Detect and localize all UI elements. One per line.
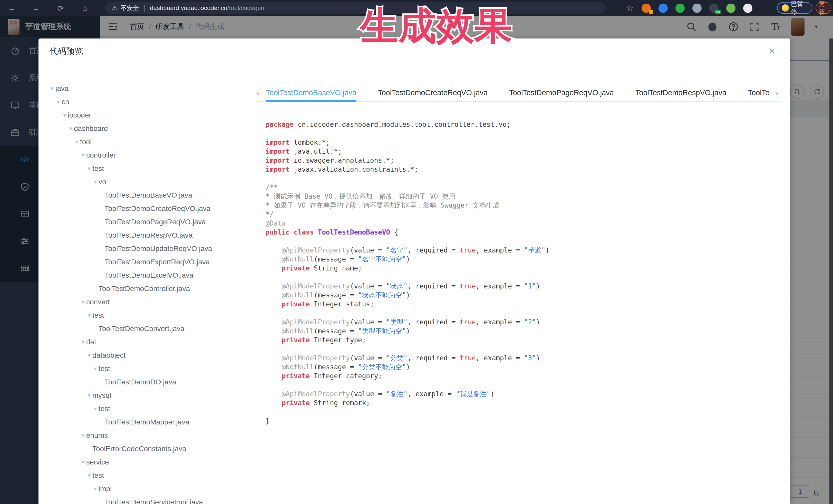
code-line bbox=[266, 237, 549, 246]
paused-badge[interactable]: 已暂停 bbox=[777, 2, 812, 14]
caret-down-icon[interactable]: ▾ bbox=[81, 456, 85, 469]
code-line: import java.util.*; bbox=[266, 147, 549, 156]
caret-down-icon[interactable]: ▾ bbox=[88, 349, 91, 362]
caret-down-icon[interactable]: ▾ bbox=[94, 175, 97, 189]
code-line bbox=[266, 408, 549, 416]
tree-node-label: vo bbox=[98, 175, 106, 189]
file-tab[interactable]: ToolTestDemoCreateReqVO.java bbox=[378, 85, 487, 102]
caret-down-icon[interactable]: ▾ bbox=[63, 109, 66, 122]
code-line: import io.swagger.annotations.*; bbox=[266, 156, 549, 165]
home-icon[interactable]: ⌂ bbox=[79, 3, 90, 14]
close-icon[interactable]: × bbox=[769, 45, 776, 56]
tree-node-label: ToolErrorCodeConstants.java bbox=[92, 442, 186, 456]
caret-down-icon[interactable]: ▾ bbox=[94, 402, 97, 415]
tree-node-label: cn bbox=[62, 95, 69, 109]
green-circle-extension-icon[interactable] bbox=[675, 4, 685, 13]
file-tab[interactable]: ToolTestDemoPageReqVO.java bbox=[509, 85, 614, 102]
update-button[interactable]: 更新 ⋮ bbox=[815, 2, 831, 14]
tree-node-label: ToolTestDemoPageReqVO.java bbox=[105, 215, 206, 229]
file-tab[interactable]: ToolTe bbox=[748, 85, 770, 102]
code-line: */ bbox=[266, 210, 549, 219]
code-line: private String remark; bbox=[266, 399, 549, 408]
caret-down-icon[interactable]: ▾ bbox=[69, 122, 72, 135]
url-host: dashboard.yudao.iocoder.cn bbox=[150, 4, 228, 11]
code-line bbox=[266, 345, 549, 354]
code-line: @Data bbox=[266, 219, 549, 228]
tree-node-label: dal bbox=[86, 335, 96, 349]
tree-node-label: ToolTestDemoBaseVO.java bbox=[105, 189, 192, 202]
code-line: @ApiModelProperty(value = "类型", required… bbox=[266, 318, 549, 327]
code-line bbox=[266, 273, 549, 282]
caret-down-icon[interactable]: ▾ bbox=[94, 362, 97, 376]
tree-node-label: ToolTestDemoServiceImpl.java bbox=[105, 496, 203, 504]
tree-node-label: ToolTestDemoRespVO.java bbox=[105, 229, 192, 242]
file-tab[interactable]: ToolTestDemoBaseVO.java bbox=[266, 85, 356, 102]
extension-badge: 1 bbox=[649, 10, 653, 15]
caret-down-icon[interactable]: ▾ bbox=[88, 469, 91, 482]
annotation-overlay: 生成效果 bbox=[341, 0, 531, 51]
caret-down-icon[interactable]: ▾ bbox=[81, 429, 85, 442]
tree-node-label: controller bbox=[86, 149, 116, 162]
url-path: /tool/codegen bbox=[228, 4, 264, 11]
code-viewer: package cn.iocoder.dashboard.modules.too… bbox=[266, 120, 549, 426]
tabs-next-icon[interactable]: › bbox=[776, 88, 778, 97]
grid-extension-icon[interactable] bbox=[692, 4, 701, 13]
caret-down-icon[interactable]: ▾ bbox=[81, 295, 85, 309]
caret-down-icon[interactable]: ▾ bbox=[75, 135, 78, 149]
extension-badge: on bbox=[715, 10, 721, 15]
code-line: public class ToolTestDemoBaseVO { bbox=[266, 228, 549, 237]
forward-icon[interactable]: → bbox=[30, 3, 42, 14]
tree-node-label: test bbox=[98, 402, 110, 415]
code-line bbox=[266, 309, 549, 318]
not-secure-icon: ⚠ bbox=[112, 4, 118, 11]
caret-down-icon[interactable]: ▾ bbox=[81, 335, 85, 349]
tree-node-label: ToolTestDemoConvert.java bbox=[98, 322, 185, 335]
code-line: import javax.validation.constraints.*; bbox=[266, 165, 549, 174]
code-line: @ApiModelProperty(value = "分类", required… bbox=[266, 354, 549, 363]
code-line: private Integer type; bbox=[266, 336, 549, 345]
code-line: @ApiModelProperty(value = "状态", required… bbox=[266, 282, 549, 291]
tree-node-label: iocoder bbox=[68, 109, 91, 122]
reload-icon[interactable]: ⟳ bbox=[55, 3, 66, 14]
code-line bbox=[266, 174, 549, 183]
annotation-text: 生成效果 bbox=[359, 5, 512, 47]
tree-node-label: test bbox=[98, 362, 110, 376]
caret-down-icon[interactable]: ▾ bbox=[88, 162, 91, 175]
tree-node-label: ToolTestDemoUpdateReqVO.java bbox=[105, 242, 212, 255]
code-line: @ApiModelProperty(value = "备注", example … bbox=[266, 389, 549, 399]
blue-drop-extension-icon[interactable] bbox=[659, 4, 668, 13]
tree-node-label: enums bbox=[86, 429, 108, 442]
code-line: * 测试示例 Base VO，提供给添加、修改、详细的子 VO 使用 bbox=[266, 192, 549, 201]
caret-down-icon[interactable]: ▾ bbox=[88, 309, 91, 322]
list-extension-icon[interactable]: on bbox=[709, 4, 718, 13]
browser-scrollbar[interactable] bbox=[829, 39, 833, 504]
tree-node-label: ToolTestDemoController.java bbox=[98, 282, 190, 295]
caret-down-icon[interactable]: ▾ bbox=[94, 482, 97, 496]
code-line: } bbox=[266, 416, 549, 426]
caret-down-icon[interactable]: ▾ bbox=[51, 82, 54, 95]
browser-menu-icon[interactable]: ⋮ bbox=[825, 4, 831, 12]
code-line: @NotNull(message = "类型不能为空") bbox=[266, 327, 549, 336]
orange-extension-icon[interactable]: 1 bbox=[642, 4, 651, 13]
file-tabs: ‹ ToolTestDemoBaseVO.javaToolTestDemoCre… bbox=[257, 85, 780, 102]
code-line bbox=[266, 129, 549, 138]
back-icon[interactable]: ← bbox=[6, 3, 18, 14]
code-line: private Integer category; bbox=[266, 371, 549, 381]
caret-down-icon[interactable]: ▾ bbox=[81, 149, 85, 162]
caret-down-icon[interactable]: ▾ bbox=[88, 389, 91, 402]
code-line: * 如果子 VO 存在差异的字段，请不要添加到这里，影响 Swagger 文档生… bbox=[266, 201, 549, 210]
code-line bbox=[266, 381, 549, 389]
bookmark-star-icon[interactable]: ☆ bbox=[626, 3, 634, 13]
code-line: /** bbox=[266, 183, 549, 192]
tabs-prev-icon[interactable]: ‹ bbox=[257, 88, 259, 97]
puzzle-extension-icon[interactable] bbox=[743, 4, 753, 13]
caret-down-icon[interactable]: ▾ bbox=[57, 95, 60, 109]
security-label[interactable]: 不安全 bbox=[121, 4, 139, 12]
file-tab[interactable]: ToolTestDemoRespVO.java bbox=[636, 85, 727, 102]
tree-node-label: impl bbox=[98, 482, 112, 496]
tree-node-label: test bbox=[92, 309, 104, 322]
file-tree: ▾java▾cn▾iocoder▾dashboard▾tool▾controll… bbox=[39, 39, 257, 504]
sprout-extension-icon[interactable] bbox=[726, 4, 736, 13]
code-preview-dialog: 代码预览 × ▾java▾cn▾iocoder▾dashboard▾tool▾c… bbox=[39, 39, 790, 504]
tree-node-label: mysql bbox=[92, 389, 111, 402]
